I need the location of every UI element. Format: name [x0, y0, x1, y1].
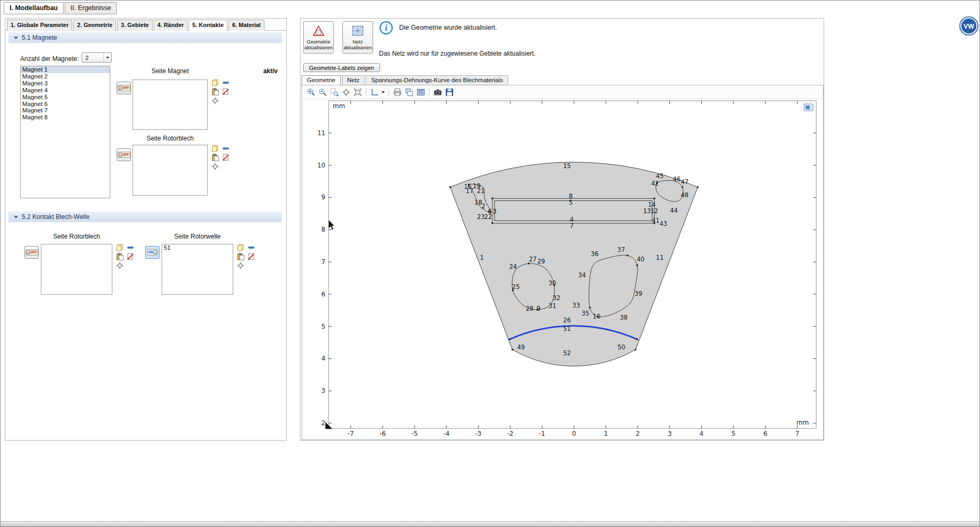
y-axis-tick-label: 7 [321, 258, 325, 266]
zoom-in-button[interactable] [305, 86, 316, 98]
application-window: I. Modellaufbau II. Ergebnisse 1. Global… [0, 0, 980, 527]
copy-selection-icon[interactable] [211, 78, 219, 87]
edge-number-label: 47 [681, 178, 688, 186]
copy-selection-icon[interactable] [116, 243, 124, 252]
info-icon [379, 21, 393, 34]
paste-selection-icon[interactable] [116, 252, 124, 261]
snapshot-button[interactable] [432, 86, 443, 98]
settings-panel: 1. Globale Parameter 2. Geometrie 3. Geb… [5, 18, 287, 441]
print-icon [393, 88, 402, 96]
toggle-switch-icon: OFF [25, 249, 38, 256]
magnet-listbox[interactable]: Magnet 1Magnet 2Magnet 3Magnet 4Magnet 5… [20, 66, 110, 198]
seite-magnet-selection-listbox[interactable] [133, 80, 208, 130]
seite-magnet-selection-tools [211, 78, 231, 105]
edge-number-label: 23 [477, 213, 485, 221]
magnet-count-value: 2 [82, 55, 103, 61]
magnet-list-item[interactable]: Magnet 5 [21, 94, 110, 101]
copy-selection-icon[interactable] [236, 243, 245, 252]
clear-selection-icon[interactable] [222, 87, 230, 96]
edge-number-label: 11 [656, 254, 664, 261]
seite-magnet-toggle-button[interactable]: OFF [117, 82, 131, 94]
toolbar-separator [429, 88, 429, 96]
fit-window-button[interactable] [352, 86, 363, 98]
image-export-button[interactable] [403, 86, 414, 98]
edge-number-label: 38 [620, 314, 628, 321]
x-axis-tick-label: 5 [731, 430, 736, 437]
tab-modellaufbau[interactable]: I. Modellaufbau [4, 2, 64, 14]
show-geometry-labels-button[interactable]: Geometrie-Labels zeigen [303, 63, 380, 72]
magnet-list-item[interactable]: Magnet 1 [21, 66, 110, 73]
geometry-vertex [697, 186, 699, 188]
clear-selection-icon[interactable] [126, 252, 135, 261]
remove-selection-icon[interactable] [126, 243, 135, 252]
clear-selection-icon[interactable] [222, 153, 230, 162]
remove-selection-icon[interactable] [247, 243, 255, 252]
paste-selection-icon[interactable] [236, 252, 245, 261]
aktiv-label: aktiv [263, 67, 278, 75]
update-mesh-button[interactable]: Netz aktualisieren [342, 21, 373, 54]
kontakt-rotorblech-listbox[interactable] [41, 244, 112, 295]
svg-text:VW: VW [964, 23, 974, 30]
copy-selection-icon[interactable] [211, 144, 219, 153]
zoom-to-selection-icon[interactable] [211, 96, 219, 105]
kontakt-rotorwelle-listbox[interactable]: 51 [162, 244, 233, 295]
remove-selection-icon[interactable] [222, 144, 230, 153]
kontakt-rotorblech-toggle-button[interactable]: OFF [24, 246, 39, 259]
zoom-out-button[interactable] [317, 86, 328, 98]
clear-selection-icon[interactable] [247, 252, 255, 261]
zoom-out-icon [319, 88, 327, 96]
zoom-to-selection-icon[interactable] [211, 162, 219, 171]
magnet-list-item[interactable]: Magnet 6 [21, 101, 110, 108]
tab-graphics-netz[interactable]: Netz [342, 75, 365, 85]
magnet-list-item[interactable]: Magnet 3 [21, 80, 110, 87]
magnet-list-item[interactable]: Magnet 4 [21, 87, 110, 94]
grid-table-button[interactable] [415, 86, 426, 98]
edge-number-label: 21 [477, 187, 485, 195]
seite-rotorblech-selection-listbox[interactable] [133, 145, 208, 196]
chevron-down-icon[interactable] [382, 91, 385, 93]
remove-selection-icon[interactable] [222, 78, 230, 87]
update-geometry-label: Geometrie aktualisieren [304, 39, 333, 51]
tab-gebiete[interactable]: 3. Gebiete [117, 20, 153, 31]
graphics-toolbar [302, 85, 823, 99]
save-icon [445, 88, 454, 96]
tab-ergebnisse[interactable]: II. Ergebnisse [65, 2, 117, 14]
seite-rotorblech-toggle-button[interactable]: OFF [117, 148, 131, 161]
section-collapse-icon[interactable] [14, 37, 18, 39]
edge-number-label: 46 [673, 175, 681, 183]
tab-raender[interactable]: 4. Ränder [154, 20, 188, 31]
tab-graphics-geometrie[interactable]: Geometrie [302, 75, 341, 85]
zoom-to-selection-icon[interactable] [236, 261, 245, 270]
print-button[interactable] [392, 86, 403, 98]
geometry-plot[interactable]: -7-6-5-4-3-2-101234567234567891011mmmm15… [302, 99, 823, 440]
zoom-box-button[interactable] [329, 86, 340, 98]
group-title-seite-rotorblech: Seite Rotorblech [133, 135, 208, 142]
zoom-to-selection-icon[interactable] [116, 261, 124, 270]
tab-kontakte[interactable]: 5. Kontakte [189, 20, 227, 31]
geometry-vertex [509, 338, 510, 340]
kontakt-rotorblech-selection-tools [116, 243, 136, 270]
tab-material[interactable]: 6. Material [228, 20, 264, 31]
edge-number-label: 33 [572, 302, 580, 309]
tab-graphics-spannungskurve[interactable]: Spannungs-Dehnungs-Kurve des Blechmateri… [366, 75, 508, 85]
chevron-down-icon [103, 53, 111, 62]
update-geometry-button[interactable]: Geometrie aktualisieren [303, 21, 334, 54]
seite-rotorblech-selection-tools [211, 144, 231, 171]
section-title: 5.2 Kontakt Blech-Welle [22, 213, 90, 221]
magnet-list-item[interactable]: Magnet 7 [21, 107, 110, 114]
tab-globale-parameter[interactable]: 1. Globale Parameter [7, 20, 72, 31]
zoom-extents-button[interactable] [340, 86, 351, 98]
edge-number-label: 12 [650, 207, 658, 215]
magnet-list-item[interactable]: Magnet 2 [21, 73, 110, 80]
magnet-count-select[interactable]: 2 [82, 52, 112, 63]
view-orientation-button[interactable] [369, 86, 380, 98]
boundary-list-item[interactable]: 51 [162, 244, 233, 251]
tab-geometrie[interactable]: 2. Geometrie [73, 20, 116, 31]
save-image-button[interactable] [444, 86, 455, 98]
section-collapse-icon[interactable] [14, 216, 18, 218]
paste-selection-icon[interactable] [211, 153, 219, 162]
x-axis-tick-label: -2 [507, 430, 514, 437]
paste-selection-icon[interactable] [211, 87, 219, 96]
magnet-list-item[interactable]: Magnet 8 [21, 114, 110, 121]
kontakt-rotorwelle-toggle-button[interactable]: ON [145, 246, 160, 259]
